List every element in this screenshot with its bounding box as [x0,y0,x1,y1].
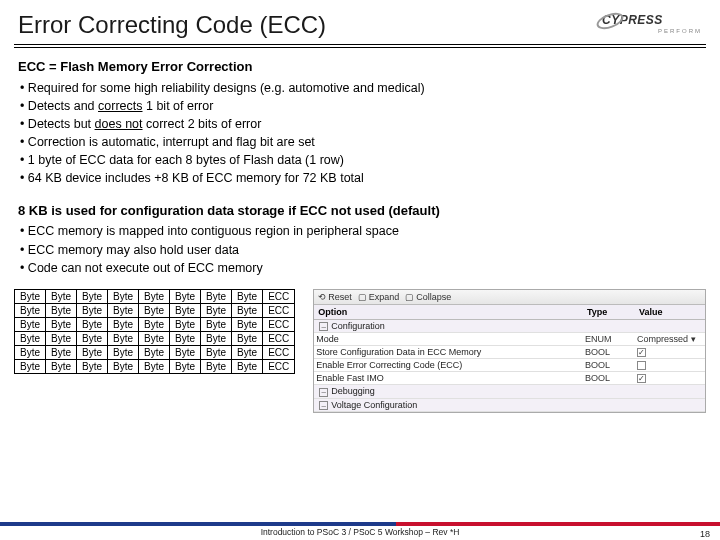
ecc-cell: ECC [263,289,295,303]
checkbox-icon[interactable] [637,361,646,370]
section2-heading: 8 KB is used for configuration data stor… [18,202,702,221]
byte-cell: Byte [232,345,263,359]
byte-cell: Byte [77,345,108,359]
config-item: Store Configuration Data in ECC MemoryBO… [314,346,705,359]
byte-cell: Byte [46,359,77,373]
byte-cell: Byte [108,303,139,317]
footer: Introduction to PSoC 3 / PSoC 5 Workshop… [0,522,720,540]
byte-cell: Byte [232,289,263,303]
byte-cell: Byte [46,345,77,359]
config-group: –Configuration [314,320,705,334]
config-label: Enable Fast IMO [316,373,384,383]
list-item: Code can not execute out of ECC memory [20,259,702,277]
config-type [583,325,635,327]
list-item: Detects but does not correct 2 bits of e… [20,115,702,133]
reset-button[interactable]: ⟲ Reset [318,292,352,302]
byte-cell: Byte [201,359,232,373]
tree-toggle-icon[interactable]: – [319,322,328,331]
byte-cell: Byte [15,289,46,303]
byte-cell: Byte [77,331,108,345]
byte-cell: Byte [108,317,139,331]
list-item: ECC memory may also hold user data [20,241,702,259]
byte-cell: Byte [139,303,170,317]
config-type: BOOL [583,346,635,358]
config-type [583,391,635,393]
brand-logo: CYPRESS PERFORM [602,10,702,40]
section1-list: Required for some high reliability desig… [20,79,702,188]
byte-cell: Byte [15,317,46,331]
config-value[interactable]: ✓ [635,347,705,358]
byte-grid-table: ByteByteByteByteByteByteByteByteECCByteB… [14,289,295,374]
ecc-cell: ECC [263,317,295,331]
byte-cell: Byte [201,289,232,303]
tree-toggle-icon[interactable]: – [319,401,328,410]
config-panel: ⟲ Reset ▢ Expand ▢ Collapse Option Type … [313,289,706,414]
config-item: Enable Error Correcting Code (ECC)BOOL [314,359,705,372]
config-type: BOOL [583,372,635,384]
config-type: BOOL [583,359,635,371]
config-value [635,325,705,327]
byte-cell: Byte [201,303,232,317]
byte-cell: Byte [201,331,232,345]
col-option: Option [314,305,583,319]
brand-tagline: PERFORM [602,28,702,34]
expand-button[interactable]: ▢ Expand [358,292,400,302]
config-type: ENUM [583,333,635,345]
col-type: Type [583,305,635,319]
byte-cell: Byte [46,303,77,317]
config-value[interactable]: Compressed ▾ [635,333,705,345]
byte-cell: Byte [139,331,170,345]
byte-cell: Byte [232,359,263,373]
collapse-button[interactable]: ▢ Collapse [405,292,451,302]
config-label: Debugging [331,386,375,396]
slide: Error Correcting Code (ECC) CYPRESS PERF… [0,0,720,540]
byte-cell: Byte [170,289,201,303]
byte-cell: Byte [15,303,46,317]
config-value [635,391,705,393]
config-value [635,404,705,406]
list-item: 64 KB device includes +8 KB of ECC memor… [20,169,702,187]
checkbox-icon[interactable]: ✓ [637,348,646,357]
checkbox-icon[interactable]: ✓ [637,374,646,383]
config-value[interactable]: ✓ [635,373,705,384]
byte-cell: Byte [77,359,108,373]
config-toolbar: ⟲ Reset ▢ Expand ▢ Collapse [314,290,705,305]
byte-cell: Byte [46,289,77,303]
title-row: Error Correcting Code (ECC) CYPRESS PERF… [0,0,720,44]
config-value[interactable] [635,360,705,371]
byte-cell: Byte [15,345,46,359]
config-group: –Voltage Configuration [314,399,705,413]
byte-cell: Byte [232,303,263,317]
config-label: Voltage Configuration [331,400,417,410]
config-label: Enable Error Correcting Code (ECC) [316,360,462,370]
ecc-cell: ECC [263,331,295,345]
ecc-cell: ECC [263,345,295,359]
config-header: Option Type Value [314,305,705,320]
byte-cell: Byte [108,331,139,345]
byte-cell: Byte [139,359,170,373]
list-item: Correction is automatic, interrupt and f… [20,133,702,151]
byte-cell: Byte [46,331,77,345]
col-value: Value [635,305,705,319]
ecc-cell: ECC [263,303,295,317]
list-item: 1 byte of ECC data for each 8 bytes of F… [20,151,702,169]
byte-cell: Byte [108,345,139,359]
byte-cell: Byte [170,359,201,373]
footer-text: Introduction to PSoC 3 / PSoC 5 Workshop… [0,526,720,537]
config-item: ModeENUMCompressed ▾ [314,333,705,346]
config-item: Enable Fast IMOBOOL✓ [314,372,705,385]
byte-cell: Byte [232,331,263,345]
config-group: –Debugging [314,385,705,399]
list-item: ECC memory is mapped into contiguous reg… [20,222,702,240]
byte-cell: Byte [170,331,201,345]
config-type [583,404,635,406]
byte-cell: Byte [139,289,170,303]
section1-heading: ECC = Flash Memory Error Correction [18,58,702,77]
tree-toggle-icon[interactable]: – [319,388,328,397]
dropdown-value[interactable]: Compressed ▾ [637,334,696,344]
byte-cell: Byte [46,317,77,331]
list-item: Required for some high reliability desig… [20,79,702,97]
page-title: Error Correcting Code (ECC) [18,11,326,39]
byte-cell: Byte [232,317,263,331]
lower-row: ByteByteByteByteByteByteByteByteECCByteB… [0,283,720,414]
